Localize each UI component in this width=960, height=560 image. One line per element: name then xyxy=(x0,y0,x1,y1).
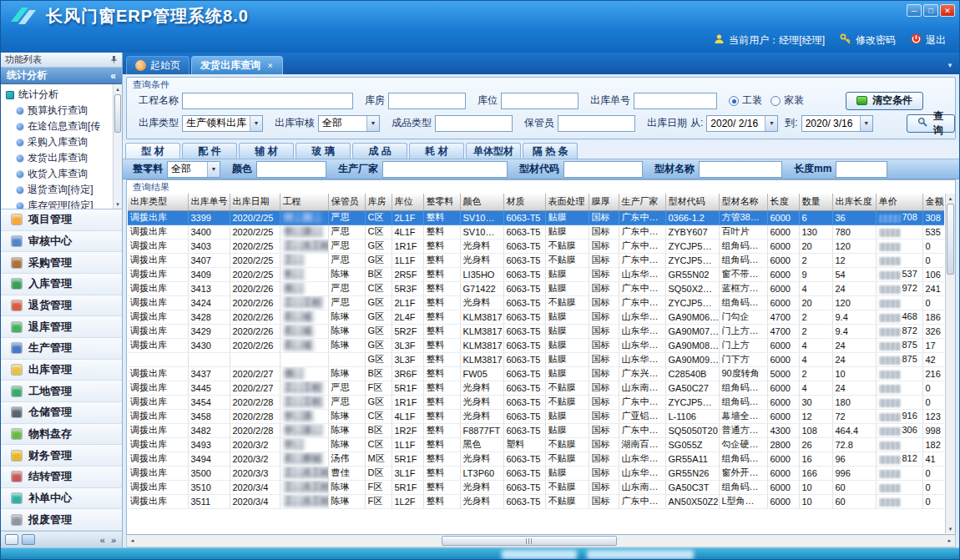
column-header[interactable]: 膜厚 xyxy=(589,194,619,210)
close-button[interactable]: ✕ xyxy=(940,4,955,17)
material-tab-0[interactable]: 型 材 xyxy=(125,143,180,159)
tree-item[interactable]: 退货查询[待定] xyxy=(6,182,112,198)
date-from-picker[interactable]: 2020/ 2/16 ▼ xyxy=(706,115,778,132)
sidebar-section-statistics[interactable]: 统计分析 « xyxy=(1,68,122,84)
table-row[interactable]: 调拨出库34372020/2/27佛…陈琳B区3R6F整料FW056063-T5… xyxy=(128,366,944,381)
profile-code-input[interactable] xyxy=(563,161,643,178)
tab-0[interactable]: ⌂起始页 xyxy=(126,56,189,74)
scroll-left-icon[interactable]: ◄ xyxy=(127,535,138,547)
color-input[interactable] xyxy=(256,161,326,178)
date-to-picker[interactable]: 2020/ 3/16 ▼ xyxy=(801,115,873,132)
search-button[interactable]: 查 询 xyxy=(907,114,955,133)
sidebar-item-project[interactable]: 项目管理 xyxy=(1,209,122,231)
change-password-button[interactable]: 修改密码 xyxy=(840,33,896,48)
sidebar-item-supplement[interactable]: 补单中心 xyxy=(1,488,122,510)
table-row[interactable]: 调拨出库34072020/2/25工…严思G区1L1F整料光身料6063-T5不… xyxy=(128,253,944,267)
radio-home[interactable] xyxy=(771,96,781,106)
column-header[interactable]: 出库日期 xyxy=(230,194,280,210)
material-tab-2[interactable]: 辅 材 xyxy=(239,143,294,159)
collapse-icon[interactable]: « xyxy=(110,70,116,82)
material-tab-3[interactable]: 玻 璃 xyxy=(296,143,351,159)
audit-select[interactable]: 全部 ▼ xyxy=(318,115,380,132)
panel-view-icon[interactable] xyxy=(5,534,18,545)
tree-item[interactable]: 预算执行查询 xyxy=(6,103,112,119)
column-header[interactable]: 长度 xyxy=(767,194,799,210)
table-vertical-scrollbar[interactable]: ▲ ▼ xyxy=(945,194,955,533)
column-header[interactable]: 表面处理 xyxy=(545,194,589,210)
column-header[interactable]: 整零料 xyxy=(423,194,460,210)
sidebar-item-return-goods[interactable]: 退货管理 xyxy=(1,295,122,317)
out-type-select[interactable]: 生产领料出库 ▼ xyxy=(182,115,263,132)
column-header[interactable]: 数量 xyxy=(799,194,832,210)
material-tab-7[interactable]: 隔 热 条 xyxy=(523,143,578,159)
sidebar-item-carryover[interactable]: 结转管理 xyxy=(1,467,122,488)
minimize-button[interactable]: ─ xyxy=(907,4,922,17)
sidebar-item-finance[interactable]: 财务管理 xyxy=(1,445,122,467)
sidebar-item-scrap[interactable]: 报废管理 xyxy=(1,509,122,531)
tree-item[interactable]: 收货入库查询 xyxy=(6,166,112,182)
table-row[interactable]: 调拨出库34302020/2/26石…城陈琳G区3L3F整料KLM3817606… xyxy=(128,338,944,352)
table-row[interactable]: 调拨出库34282020/2/26石…城陈琳G区2L4F整料KLM3817606… xyxy=(128,310,944,324)
sidebar-item-purchase[interactable]: 采购管理 xyxy=(1,252,122,274)
table-row[interactable]: 调拨出库34292020/2/26石…城陈琳G区5R2F整料KLM3817606… xyxy=(128,324,944,338)
keeper-input[interactable] xyxy=(558,115,635,132)
tree-item[interactable]: 采购入库查询 xyxy=(6,134,112,150)
tree-item[interactable]: 在途信息查询[传 xyxy=(6,119,112,134)
table-row[interactable]: 调拨出库35102020/3/4工…共工程陈琳F区5R1F整料光身料6063-T… xyxy=(128,480,944,494)
warehouse-input[interactable] xyxy=(388,93,466,109)
order-no-input[interactable] xyxy=(634,93,717,109)
table-row[interactable]: 调拨出库34942020/3/2石…辉城汤伟M区5R1F整料光身料6063-T5… xyxy=(128,452,944,466)
table-horizontal-scrollbar[interactable]: ◄ ► xyxy=(126,535,956,547)
tab-1[interactable]: 发货出库查询✕ xyxy=(191,56,283,74)
table-row[interactable]: 调拨出库35002020/3/3工…共工程曹佳D区3L1F整料LT3P60606… xyxy=(128,466,944,480)
table-row[interactable]: 调拨出库34092020/2/25长…陈琳B区2R5F整料LI35HO6063-… xyxy=(128,267,944,281)
material-tab-6[interactable]: 单体型材 xyxy=(466,143,521,159)
table-row[interactable]: G区3L3F整料KLM38176063-T5贴膜国标山东华…GA90M09…门下… xyxy=(128,352,944,366)
column-header[interactable]: 出库单号 xyxy=(188,194,230,210)
column-header[interactable]: 颜色 xyxy=(460,194,503,210)
table-row[interactable]: 调拨出库34932020/3/2华…陈琳C区1L1F整料黑色塑料不贴膜国标湖南百… xyxy=(128,437,944,452)
table-row[interactable]: 调拨出库34452020/2/27工…工程严思F区5R1F整料光身料6063-T… xyxy=(128,381,944,395)
column-header[interactable]: 材质 xyxy=(503,194,545,210)
radio-industrial[interactable] xyxy=(729,96,739,106)
monitor-icon[interactable] xyxy=(22,534,35,545)
pin-icon[interactable] xyxy=(110,55,118,65)
sidebar-item-return-depot[interactable]: 退库管理 xyxy=(1,316,122,338)
project-name-input[interactable] xyxy=(182,93,353,109)
scroll-thumb[interactable] xyxy=(114,94,121,133)
table-row[interactable]: 调拨出库34822020/2/28华…源…陈琳B区1R2F整料F8877FT60… xyxy=(128,423,944,437)
column-header[interactable]: 型材名称 xyxy=(719,194,767,210)
table-row[interactable]: 调拨出库35112020/3/4工…共工程陈琳F区1L2F整料光身料6063-T… xyxy=(128,494,944,508)
sidebar-item-audit[interactable]: 审核中心 xyxy=(1,231,122,253)
tree-scrollbar[interactable]: ▲ ▼ xyxy=(113,84,122,209)
maximize-button[interactable]: □ xyxy=(923,4,938,17)
length-input[interactable] xyxy=(836,161,887,178)
table-row[interactable]: 调拨出库33992020/2/25华…源…严思C区2L1F整料SV10…6063… xyxy=(128,210,944,225)
column-header[interactable]: 工程 xyxy=(280,194,328,210)
sidebar-item-stocktake[interactable]: 物料盘存 xyxy=(1,424,122,446)
table-row[interactable]: 调拨出库34242020/2/26工…工程严思G区2L1F整料光身料6063-T… xyxy=(128,295,944,310)
scroll-thumb[interactable] xyxy=(947,204,954,275)
table-row[interactable]: 调拨出库34582020/2/28华…源陈琳C区4L1F整料光身料6063-T5… xyxy=(128,409,944,423)
profile-name-input[interactable] xyxy=(699,161,782,178)
sidebar-item-inbound[interactable]: 入库管理 xyxy=(1,274,122,295)
material-tab-1[interactable]: 配 件 xyxy=(182,143,237,159)
column-header[interactable]: 保管员 xyxy=(328,194,365,210)
table-row[interactable]: 调拨出库34002020/2/25华…源…严思C区4L1F整料SV10…6063… xyxy=(128,225,944,239)
tab-close-icon[interactable]: ✕ xyxy=(267,62,274,70)
scroll-right-icon[interactable]: ► xyxy=(944,535,955,547)
manufacturer-input[interactable] xyxy=(382,161,508,178)
product-type-input[interactable] xyxy=(435,115,513,132)
scroll-up-icon[interactable]: ▲ xyxy=(946,194,955,203)
logout-button[interactable]: 退出 xyxy=(911,33,946,48)
table-row[interactable]: 调拨出库34542020/2/28工…工程严思G区1R1F整料光身料6063-T… xyxy=(128,395,944,409)
table-row[interactable]: 调拨出库34032020/2/25工…共工程严思G区1R1F整料光身料6063-… xyxy=(128,239,944,253)
column-header[interactable]: 出库类型 xyxy=(128,194,188,210)
column-header[interactable]: 单价 xyxy=(876,194,922,210)
column-header[interactable]: 生产厂家 xyxy=(619,194,665,210)
location-input[interactable] xyxy=(501,93,579,109)
material-tab-4[interactable]: 成 品 xyxy=(352,143,407,159)
column-header[interactable]: 出库长度 xyxy=(832,194,876,210)
column-header[interactable]: 型材代码 xyxy=(665,194,719,210)
tree-item[interactable]: 库存管理[待定] xyxy=(6,198,112,209)
